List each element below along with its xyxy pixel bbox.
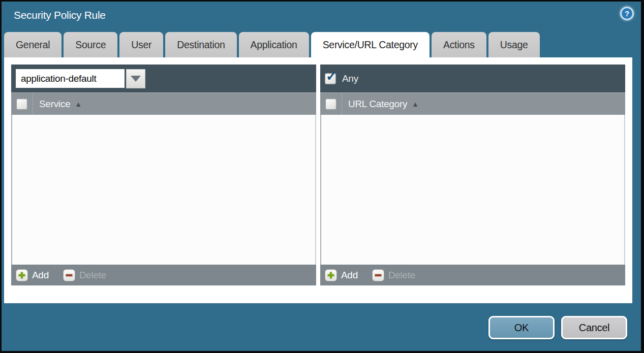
url-category-panel: ✓ Any URL Category ▲ (320, 65, 625, 285)
url-category-column-title: URL Category (348, 99, 407, 110)
any-checkbox-label: Any (342, 73, 358, 84)
tab-bar: General Source User Destination Applicat… (4, 32, 632, 57)
screenshot-frame: Security Policy Rule ? General Source Us… (0, 0, 644, 353)
url-category-delete-button[interactable]: Delete (372, 269, 415, 281)
service-type-dropdown-button[interactable] (126, 69, 145, 88)
plus-icon (325, 269, 337, 281)
url-category-add-button[interactable]: Add (325, 269, 358, 281)
tab-service-url-category[interactable]: Service/URL Category (311, 32, 430, 57)
service-list-empty (11, 115, 316, 265)
service-column-title: Service (39, 99, 70, 110)
tab-user[interactable]: User (119, 32, 163, 57)
minus-icon (372, 269, 384, 281)
service-column-header[interactable]: Service ▲ (11, 92, 316, 115)
tab-actions[interactable]: Actions (432, 32, 486, 57)
cancel-button[interactable]: Cancel (561, 316, 627, 339)
service-panel: application-default Service ▲ (11, 65, 316, 285)
plus-icon (16, 269, 28, 281)
checkmark-icon: ✓ (326, 70, 337, 83)
url-category-panel-toolbar: Add Delete (320, 265, 625, 285)
security-policy-rule-dialog: Security Policy Rule ? General Source Us… (2, 2, 641, 351)
url-category-select-all-cell (320, 93, 342, 115)
help-icon[interactable]: ? (620, 7, 634, 20)
service-delete-label: Delete (79, 270, 106, 281)
tab-general[interactable]: General (4, 32, 62, 57)
service-panel-toolbar: Add Delete (11, 265, 316, 285)
minus-icon (63, 269, 75, 281)
tab-application[interactable]: Application (239, 32, 309, 57)
sort-ascending-icon: ▲ (412, 100, 419, 108)
sort-ascending-icon: ▲ (75, 100, 82, 108)
tab-usage[interactable]: Usage (488, 32, 540, 57)
service-add-button[interactable]: Add (16, 269, 49, 281)
url-category-column-header[interactable]: URL Category ▲ (320, 92, 625, 115)
ok-button[interactable]: OK (488, 316, 555, 339)
url-category-list-empty (320, 115, 625, 265)
dialog-title: Security Policy Rule (14, 9, 106, 21)
tab-destination[interactable]: Destination (165, 32, 236, 57)
service-type-dropdown: application-default (16, 69, 145, 88)
service-add-label: Add (32, 270, 49, 281)
chevron-down-icon (131, 76, 141, 82)
service-panel-header: application-default (11, 65, 316, 92)
tab-content-service-url-category: application-default Service ▲ (4, 57, 632, 303)
any-checkbox[interactable]: ✓ (325, 73, 336, 84)
service-select-all-cell (11, 93, 33, 115)
dialog-action-buttons: OK Cancel (488, 316, 627, 339)
service-delete-button[interactable]: Delete (63, 269, 106, 281)
url-category-select-all-checkbox[interactable] (325, 99, 336, 110)
url-category-add-label: Add (341, 270, 358, 281)
service-select-all-checkbox[interactable] (16, 99, 27, 110)
url-category-panel-header: ✓ Any (320, 65, 625, 92)
tab-source[interactable]: Source (64, 32, 117, 57)
service-type-dropdown-value[interactable]: application-default (16, 69, 125, 88)
url-category-delete-label: Delete (388, 270, 415, 281)
